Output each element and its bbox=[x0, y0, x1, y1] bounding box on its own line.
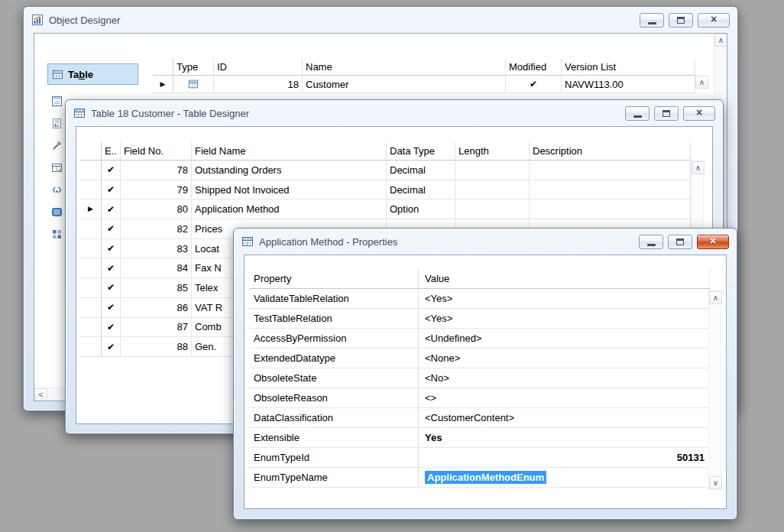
object-name-cell[interactable]: Customer bbox=[303, 76, 506, 93]
enabled-cell[interactable]: ✔ bbox=[102, 219, 121, 239]
property-name-cell[interactable]: EnumTypeId bbox=[249, 448, 419, 468]
row-selector[interactable] bbox=[80, 258, 102, 278]
field-no-cell[interactable]: 86 bbox=[121, 298, 192, 318]
table-designer-titlebar[interactable]: Table 18 Customer - Table Designer × bbox=[66, 100, 723, 126]
data-type-cell[interactable]: Option bbox=[387, 200, 455, 219]
property-name-cell[interactable]: AccessByPermission bbox=[249, 329, 419, 349]
enabled-cell[interactable]: ✔ bbox=[102, 298, 121, 318]
property-grid-scrollbar[interactable]: ∧ ∨ bbox=[708, 290, 721, 490]
field-no-cell[interactable]: 87 bbox=[121, 318, 192, 338]
field-no-cell[interactable]: 83 bbox=[121, 239, 192, 259]
close-button[interactable]: × bbox=[698, 13, 730, 28]
property-row[interactable]: AccessByPermission <Undefined> bbox=[249, 329, 710, 349]
enabled-cell[interactable]: ✔ bbox=[102, 258, 121, 278]
data-type-cell[interactable]: Decimal bbox=[387, 180, 455, 200]
property-row[interactable]: ExtendedDatatype <None> bbox=[249, 349, 710, 368]
row-selector[interactable]: ▶ bbox=[153, 76, 173, 93]
enabled-cell[interactable]: ✔ bbox=[102, 278, 121, 298]
property-value-cell[interactable]: <No> bbox=[419, 368, 710, 388]
property-value-cell[interactable]: 50131 bbox=[419, 448, 710, 468]
description-cell[interactable] bbox=[530, 200, 691, 219]
property-row[interactable]: DataClassification <CustomerContent> bbox=[249, 408, 710, 428]
minimize-button[interactable] bbox=[625, 106, 650, 121]
properties-titlebar[interactable]: Application Method - Properties × bbox=[234, 229, 737, 255]
field-row[interactable]: ✔ 78 Outstanding Orders Decimal bbox=[80, 161, 691, 180]
row-selector[interactable] bbox=[80, 337, 102, 357]
object-modified-cell[interactable]: ✔ bbox=[506, 76, 562, 93]
object-designer-titlebar[interactable]: Object Designer × bbox=[24, 7, 737, 33]
data-type-cell[interactable]: Decimal bbox=[387, 161, 455, 180]
scroll-left-button[interactable]: < bbox=[34, 388, 47, 401]
object-type-cell[interactable] bbox=[173, 76, 214, 93]
field-no-cell[interactable]: 85 bbox=[121, 278, 192, 298]
property-row[interactable]: ValidateTableRelation <Yes> bbox=[249, 289, 710, 309]
field-no-cell[interactable]: 78 bbox=[121, 161, 192, 180]
enabled-cell[interactable]: ✔ bbox=[102, 200, 121, 219]
property-row[interactable]: ObsoleteState <No> bbox=[249, 368, 710, 388]
property-name-cell[interactable]: ObsoleteReason bbox=[249, 388, 419, 408]
scroll-up-button[interactable]: ∧ bbox=[692, 161, 705, 174]
enabled-cell[interactable]: ✔ bbox=[102, 337, 121, 357]
object-list-scroll-up-button[interactable]: ∧ bbox=[695, 76, 708, 89]
field-name-cell[interactable]: Outstanding Orders bbox=[192, 161, 387, 180]
field-name-cell[interactable]: Application Method bbox=[192, 200, 387, 219]
minimize-button[interactable] bbox=[639, 235, 663, 249]
description-cell[interactable] bbox=[530, 161, 691, 180]
row-selector[interactable] bbox=[80, 318, 102, 338]
maximize-button[interactable] bbox=[669, 13, 693, 28]
sidebar-item-table[interactable]: Table bbox=[47, 63, 138, 85]
scroll-up-button[interactable]: ∧ bbox=[709, 291, 722, 304]
row-selector[interactable] bbox=[80, 161, 102, 180]
property-row[interactable]: EnumTypeName ApplicationMethodEnum bbox=[249, 468, 710, 488]
scroll-up-button[interactable]: ∧ bbox=[714, 34, 727, 47]
property-name-cell[interactable]: TestTableRelation bbox=[249, 309, 419, 329]
property-value-cell[interactable]: Yes bbox=[419, 428, 710, 448]
object-id-cell[interactable]: 18 bbox=[214, 76, 303, 93]
row-selector[interactable] bbox=[80, 239, 102, 259]
object-version-cell[interactable]: NAVW113.00 bbox=[562, 76, 695, 93]
property-value-cell[interactable]: <None> bbox=[419, 349, 710, 368]
property-name-cell[interactable]: DataClassification bbox=[249, 408, 419, 428]
row-selector[interactable] bbox=[80, 219, 102, 239]
row-selector[interactable]: ▶ bbox=[80, 200, 102, 219]
enabled-cell[interactable]: ✔ bbox=[102, 318, 121, 338]
property-value-cell[interactable]: <> bbox=[419, 388, 710, 408]
property-value-cell[interactable]: ApplicationMethodEnum bbox=[419, 468, 710, 488]
enabled-cell[interactable]: ✔ bbox=[102, 180, 121, 200]
property-value-cell[interactable]: <Yes> bbox=[419, 309, 710, 329]
property-row[interactable]: TestTableRelation <Yes> bbox=[249, 309, 710, 329]
property-value-cell[interactable]: <Yes> bbox=[419, 289, 710, 309]
row-selector[interactable] bbox=[80, 278, 102, 298]
field-name-cell[interactable]: Shipped Not Invoiced bbox=[192, 180, 387, 200]
object-row[interactable]: ▶ 18 Customer ✔ NAVW113.00 bbox=[153, 76, 695, 93]
maximize-button[interactable] bbox=[654, 106, 679, 121]
row-selector[interactable] bbox=[80, 180, 102, 200]
length-cell[interactable] bbox=[455, 180, 530, 200]
field-no-cell[interactable]: 88 bbox=[121, 337, 192, 357]
property-name-cell[interactable]: ObsoleteState bbox=[249, 368, 419, 388]
close-button[interactable]: × bbox=[683, 106, 715, 121]
maximize-button[interactable] bbox=[668, 235, 692, 249]
field-row[interactable]: ▶ ✔ 80 Application Method Option bbox=[80, 200, 691, 219]
scroll-down-button[interactable]: ∨ bbox=[709, 476, 722, 489]
field-no-cell[interactable]: 84 bbox=[121, 258, 192, 278]
length-cell[interactable] bbox=[455, 161, 530, 180]
property-value-cell[interactable]: <Undefined> bbox=[419, 329, 710, 349]
property-row[interactable]: EnumTypeId 50131 bbox=[249, 448, 710, 468]
field-no-cell[interactable]: 82 bbox=[121, 219, 192, 239]
enabled-cell[interactable]: ✔ bbox=[102, 161, 121, 180]
property-value-cell[interactable]: <CustomerContent> bbox=[419, 408, 710, 428]
field-no-cell[interactable]: 80 bbox=[121, 200, 192, 219]
length-cell[interactable] bbox=[455, 200, 530, 219]
property-name-cell[interactable]: ExtendedDatatype bbox=[249, 349, 419, 368]
field-row[interactable]: ✔ 79 Shipped Not Invoiced Decimal bbox=[80, 180, 691, 200]
minimize-button[interactable] bbox=[640, 13, 664, 28]
close-button[interactable]: × bbox=[697, 235, 729, 249]
property-name-cell[interactable]: ValidateTableRelation bbox=[249, 289, 419, 309]
field-no-cell[interactable]: 79 bbox=[121, 180, 192, 200]
property-name-cell[interactable]: EnumTypeName bbox=[249, 468, 419, 488]
property-row[interactable]: ObsoleteReason <> bbox=[249, 388, 710, 408]
property-name-cell[interactable]: Extensible bbox=[249, 428, 419, 448]
row-selector[interactable] bbox=[80, 298, 102, 318]
description-cell[interactable] bbox=[530, 180, 691, 200]
